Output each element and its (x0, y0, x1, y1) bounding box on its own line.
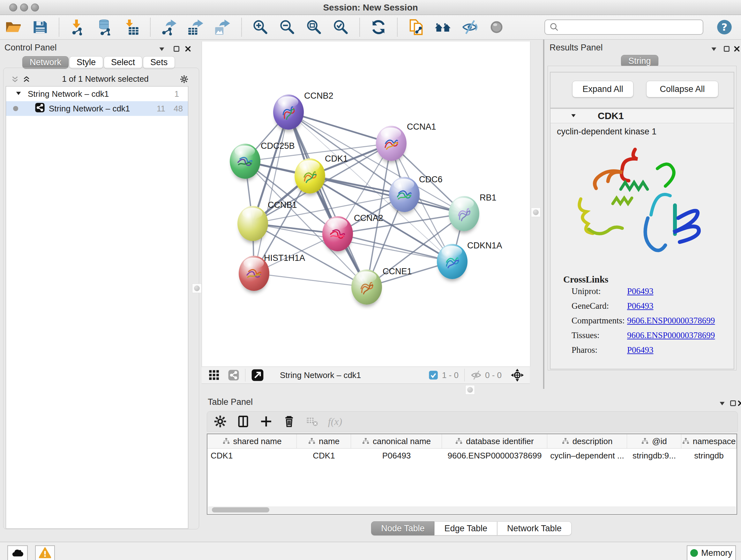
node-CCNB2[interactable] (273, 95, 304, 130)
node-CDK1[interactable] (294, 159, 325, 193)
node-CDKN1A[interactable] (437, 244, 468, 279)
cell-name[interactable]: CDK1 (297, 449, 351, 462)
cell--id[interactable]: stringdb:9... (627, 449, 681, 462)
node-CCNA2[interactable] (322, 216, 353, 251)
tab-select[interactable]: Select (104, 56, 142, 69)
cell-canonical-name[interactable]: P06493 (351, 449, 442, 462)
edge-HIST1H1A-CCNE1[interactable] (254, 273, 367, 287)
export-table-file-icon[interactable] (187, 18, 205, 36)
network-row[interactable]: String Network – cdk1 11 48 (6, 101, 188, 116)
results-panel-float-icon[interactable] (722, 44, 731, 55)
table-panel-close-icon[interactable] (736, 398, 741, 410)
tab-sets[interactable]: Sets (143, 56, 175, 69)
collapse-all-button[interactable]: Collapse All (646, 81, 718, 98)
cell-database-identifier[interactable]: 9606.ENSP00000378699 (442, 449, 547, 462)
expand-all-button[interactable]: Expand All (572, 81, 633, 98)
hidden-eye-icon[interactable] (470, 369, 482, 381)
results-panel-close-icon[interactable] (732, 44, 741, 55)
column-header-description[interactable]: description (547, 434, 627, 448)
import-table-file-icon[interactable] (123, 18, 140, 36)
delete-column-icon[interactable] (281, 414, 297, 429)
column-header-name[interactable]: name (297, 434, 351, 448)
tab-style[interactable]: Style (69, 56, 103, 69)
home-layout-icon[interactable] (434, 18, 452, 36)
zoom-in-icon[interactable] (252, 18, 269, 36)
import-network-database-icon[interactable] (96, 18, 114, 36)
export-network-file-icon[interactable] (160, 18, 178, 36)
column-header-canonical-name[interactable]: canonical name (351, 434, 442, 448)
node-CCNB1[interactable] (238, 206, 268, 241)
node-RB1[interactable] (449, 196, 479, 231)
detach-view-icon[interactable] (251, 369, 264, 381)
horizontal-splitter-handle[interactable] (465, 385, 475, 395)
zoom-selected-icon[interactable] (332, 18, 350, 36)
node-CDC25B[interactable] (230, 144, 260, 179)
cell-namespace[interactable]: stringdb (681, 449, 737, 462)
cell-shared-name[interactable]: CDK1 (207, 449, 297, 462)
birdseye-crosshair-icon[interactable] (511, 368, 524, 382)
memory-button[interactable]: Memory (687, 545, 736, 560)
warning-button[interactable] (35, 545, 55, 560)
node-CDC6[interactable] (389, 177, 420, 212)
crosslink-link[interactable]: P06493 (627, 287, 654, 296)
network-canvas[interactable]: CCNB2CCNA1CDC25BCDK1CDC6RB1CCNB1CCNA2CDK… (202, 42, 530, 367)
tab-node-table[interactable]: Node Table (371, 521, 434, 536)
tab-network[interactable]: Network (22, 56, 69, 69)
zoom-out-icon[interactable] (278, 18, 296, 36)
table-row[interactable]: CDK1CDK1P064939606.ENSP00000378699cyclin… (207, 449, 737, 462)
node-CCNA1[interactable] (376, 126, 407, 161)
edge-CCNB2-HIST1H1A[interactable] (254, 112, 288, 273)
control-panel-collapse-icon[interactable] (157, 44, 166, 55)
lens-icon[interactable] (488, 18, 506, 36)
crosslink-link[interactable]: 9606.ENSP00000378699 (627, 316, 715, 326)
edge-count: 48 (174, 104, 183, 114)
help-button[interactable]: ? (716, 18, 733, 36)
network-collection-row[interactable]: String Network – cdk1 1 (6, 86, 188, 101)
control-panel-close-icon[interactable] (183, 44, 193, 55)
add-column-icon[interactable] (258, 414, 274, 429)
column-header--id[interactable]: @id (627, 434, 681, 448)
expand-all-icon[interactable] (22, 74, 31, 84)
node-table[interactable]: shared namenamecanonical namedatabase id… (207, 434, 737, 515)
refresh-network-icon[interactable] (369, 18, 387, 36)
edge-CCNB2-CCNA1[interactable] (288, 112, 391, 143)
crosslink-link[interactable]: P06493 (627, 301, 654, 311)
vertical-splitter-handle-right[interactable] (531, 207, 541, 217)
table-hscrollbar[interactable] (208, 506, 736, 513)
gear-icon[interactable] (179, 74, 189, 84)
tab-edge-table[interactable]: Edge Table (434, 521, 497, 536)
grid-view-icon[interactable] (209, 370, 219, 381)
search-box[interactable] (544, 19, 703, 35)
import-network-file-icon[interactable] (69, 18, 87, 36)
entry-expander-icon[interactable] (570, 111, 577, 121)
hide-unhide-icon[interactable] (461, 18, 479, 36)
save-session-icon[interactable] (31, 18, 49, 36)
column-header-database-identifier[interactable]: database identifier (442, 434, 547, 448)
cloud-button[interactable] (7, 545, 28, 560)
clone-network-icon[interactable] (407, 18, 425, 36)
search-input[interactable] (560, 20, 703, 34)
vertical-splitter-handle-left[interactable] (192, 284, 202, 293)
table-hscrollbar-thumb[interactable] (212, 507, 269, 512)
column-header-shared-name[interactable]: shared name (207, 434, 297, 448)
selected-checkbox-icon[interactable] (428, 370, 438, 380)
control-panel-float-icon[interactable] (172, 44, 181, 55)
crosslink-link[interactable]: 9606.ENSP00000378699 (627, 330, 715, 340)
node-CCNE1[interactable] (351, 269, 382, 305)
collapse-all-icon[interactable] (10, 74, 20, 84)
crosslink-link[interactable]: P06493 (627, 345, 654, 355)
cell-description[interactable]: cyclin–dependent ... (547, 449, 627, 462)
network-share-icon[interactable] (228, 369, 239, 381)
open-session-icon[interactable] (4, 18, 22, 36)
export-image-icon[interactable] (214, 18, 232, 36)
tab-network-table[interactable]: Network Table (497, 521, 571, 536)
results-panel-collapse-icon[interactable] (709, 44, 719, 55)
tree-expander-icon[interactable] (15, 89, 22, 99)
table-gear-icon[interactable] (212, 414, 228, 429)
column-header-namespace[interactable]: namespace (681, 434, 737, 448)
show-columns-icon[interactable] (235, 414, 251, 429)
table-panel-collapse-icon[interactable] (718, 398, 727, 410)
cdk1-entry-header[interactable]: CDK1 (550, 109, 734, 123)
protein-ribbon-icon (244, 263, 264, 284)
zoom-fit-icon[interactable] (305, 18, 323, 36)
